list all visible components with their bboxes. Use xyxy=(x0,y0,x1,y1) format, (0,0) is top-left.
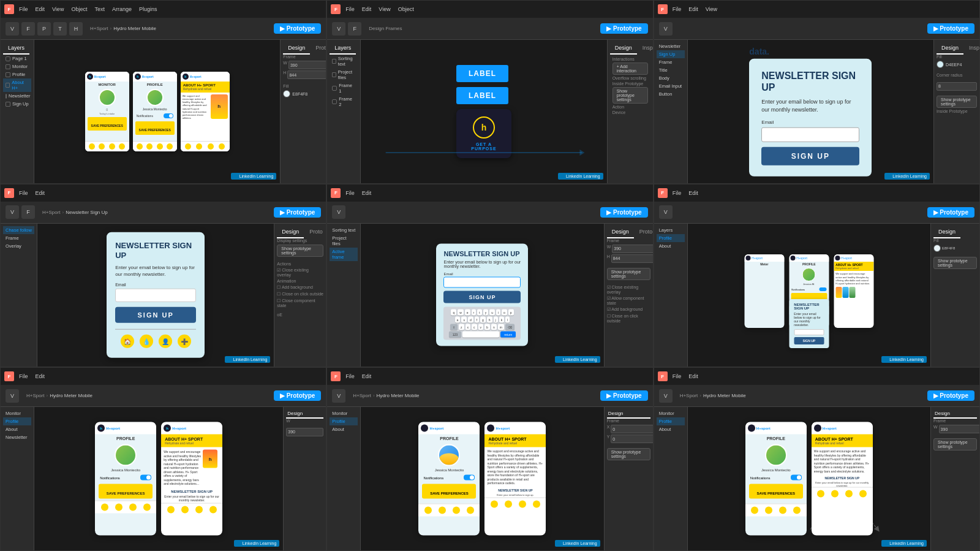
menu-edit-5[interactable]: Edit xyxy=(360,189,374,197)
rtab-design-7[interactable]: Design xyxy=(286,409,323,419)
tool-frame-2[interactable]: F xyxy=(348,22,361,36)
tool-text[interactable]: T xyxy=(53,22,67,36)
menu-object-1[interactable]: Object xyxy=(69,5,89,13)
layer-about[interactable]: About H+ xyxy=(3,78,31,92)
rtab-proto-2[interactable]: Inspect xyxy=(638,42,653,55)
prototype-btn-1[interactable]: ▶ Prototype xyxy=(274,23,321,34)
layer-newsletter[interactable]: Newsletter xyxy=(3,92,31,100)
tab-assets-1[interactable]: Assets xyxy=(30,42,34,55)
menu-arrange-1[interactable]: Arrange xyxy=(110,5,134,13)
rtab-design-6[interactable]: Design xyxy=(933,226,960,238)
input-7-w[interactable] xyxy=(286,428,323,436)
layer-7-2[interactable]: About xyxy=(3,425,31,433)
nl-input-5[interactable] xyxy=(443,277,521,288)
rtab-proto-4[interactable]: Proto xyxy=(304,226,326,238)
layer-frame4[interactable]: Frame xyxy=(3,234,34,242)
input-8-x[interactable] xyxy=(611,425,652,433)
input-h[interactable] xyxy=(287,70,326,79)
display-btn-4[interactable]: Show prototype settings xyxy=(277,245,323,257)
tool-frame[interactable]: F xyxy=(21,22,35,36)
fill-swatch-3[interactable] xyxy=(937,61,944,68)
newsletter-signup-btn-large[interactable]: SIGN UP xyxy=(761,147,859,165)
menu-file-9[interactable]: File xyxy=(670,372,684,381)
layer-frame2[interactable]: Frame 1 xyxy=(330,82,358,95)
menu-file-8[interactable]: File xyxy=(343,372,357,381)
menu-edit-2[interactable]: Edit xyxy=(360,5,374,13)
menu-edit-4[interactable]: Edit xyxy=(33,189,48,197)
proto-btn-add[interactable]: + Add interaction xyxy=(612,63,648,75)
rtab-proto-1[interactable]: Proto xyxy=(311,42,326,55)
layer-7-1[interactable]: Monitor xyxy=(3,409,31,417)
input-9-w[interactable] xyxy=(939,425,979,433)
layer-8-profile[interactable]: Profile xyxy=(330,417,358,425)
tool-move-7[interactable]: V xyxy=(6,389,19,403)
tool-move-5[interactable]: V xyxy=(332,205,345,219)
rtab-design-8[interactable]: Design xyxy=(607,409,650,419)
menu-file-4[interactable]: File xyxy=(17,189,31,197)
layer-overlay4[interactable]: Overlay xyxy=(3,242,34,250)
menu-edit-6[interactable]: Edit xyxy=(686,189,701,197)
layer-page-1[interactable]: Page 1 xyxy=(3,55,31,63)
fill-6[interactable] xyxy=(933,245,941,252)
rtab-design-9[interactable]: Design xyxy=(933,409,977,419)
tool-move-6[interactable]: V xyxy=(659,205,673,219)
tool-move-4[interactable]: V xyxy=(6,205,19,219)
layer-nl-btn[interactable]: Button xyxy=(657,90,685,98)
rtab-design-5[interactable]: Design xyxy=(607,226,634,238)
tool-move-3[interactable]: V xyxy=(659,22,673,36)
layer-7-3[interactable]: Newsletter xyxy=(3,433,31,441)
menu-edit-9[interactable]: Edit xyxy=(686,372,701,381)
rtab-design-3[interactable]: Design xyxy=(937,42,963,55)
newsletter-email-input-large[interactable] xyxy=(761,127,859,142)
layer-8-about[interactable]: About xyxy=(330,425,358,433)
layer-nl-title[interactable]: Title xyxy=(657,66,685,74)
menu-object-2[interactable]: Object xyxy=(396,5,417,13)
layer-9-about[interactable]: About xyxy=(657,425,685,433)
prototype-btn-3[interactable]: ▶ Prototype xyxy=(927,23,974,34)
menu-file-6[interactable]: File xyxy=(670,189,684,197)
layer-6-active[interactable]: Profile xyxy=(657,234,685,242)
tool-move-8[interactable]: V xyxy=(332,389,345,403)
prototype-btn-9[interactable]: ▶ Prototype xyxy=(927,390,974,401)
corner-input-3[interactable] xyxy=(937,82,977,91)
layer-7-active[interactable]: Profile xyxy=(3,417,31,425)
menu-view-2[interactable]: View xyxy=(376,5,393,13)
menu-text-1[interactable]: Text xyxy=(92,5,107,13)
layer-6-2[interactable]: About xyxy=(657,242,685,250)
menu-file-1[interactable]: File xyxy=(17,5,31,13)
layer-nl-signup[interactable]: Sign Up xyxy=(657,50,685,58)
layer-9-1[interactable]: Monitor xyxy=(657,409,685,417)
proto-btn-preview[interactable]: Show prototype settings xyxy=(612,87,648,104)
menu-edit-1[interactable]: Edit xyxy=(33,5,48,13)
menu-file-3[interactable]: File xyxy=(670,5,684,13)
tool-move-9[interactable]: V xyxy=(659,389,673,403)
tool-frame-4[interactable]: F xyxy=(21,205,35,219)
tool-move-2[interactable]: V xyxy=(332,22,345,36)
prototype-btn-6[interactable]: ▶ Prototype xyxy=(927,207,974,218)
menu-edit-3[interactable]: Edit xyxy=(686,5,701,13)
layer-chase-follow[interactable]: Chase follow xyxy=(3,226,34,234)
display-btn-5[interactable]: Show prototype settings xyxy=(607,268,650,280)
layer-profile[interactable]: Profile xyxy=(3,70,31,78)
tool-hand[interactable]: H xyxy=(69,22,83,36)
show-proto-btn-8[interactable]: Show prototype settings xyxy=(607,448,650,460)
layer-nl-body[interactable]: Body xyxy=(657,74,685,82)
layer-8-1[interactable]: Monitor xyxy=(330,409,358,417)
prototype-btn-4[interactable]: ▶ Prototype xyxy=(274,207,321,218)
rtab-design-1[interactable]: Design xyxy=(283,42,310,55)
tab-layers-1[interactable]: Layers xyxy=(3,42,29,55)
menu-file-2[interactable]: File xyxy=(343,5,357,13)
layer-nl-frame[interactable]: Frame xyxy=(657,58,685,66)
menu-view-3[interactable]: View xyxy=(703,5,720,13)
tool-move[interactable]: V xyxy=(6,22,19,36)
rtab-design-2[interactable]: Design xyxy=(610,42,637,55)
prototype-btn-7[interactable]: ▶ Prototype xyxy=(274,390,321,401)
layer-5-sorting[interactable]: Sorting text xyxy=(330,226,358,234)
tool-pen[interactable]: P xyxy=(37,22,51,36)
menu-plugins-1[interactable]: Plugins xyxy=(137,5,160,13)
menu-file-5[interactable]: File xyxy=(343,189,357,197)
layer-5-project[interactable]: Project files xyxy=(330,234,358,248)
input-8-y[interactable] xyxy=(611,435,652,443)
layer-frame3[interactable]: Frame 2 xyxy=(330,95,358,108)
input-5-w[interactable] xyxy=(612,245,652,253)
